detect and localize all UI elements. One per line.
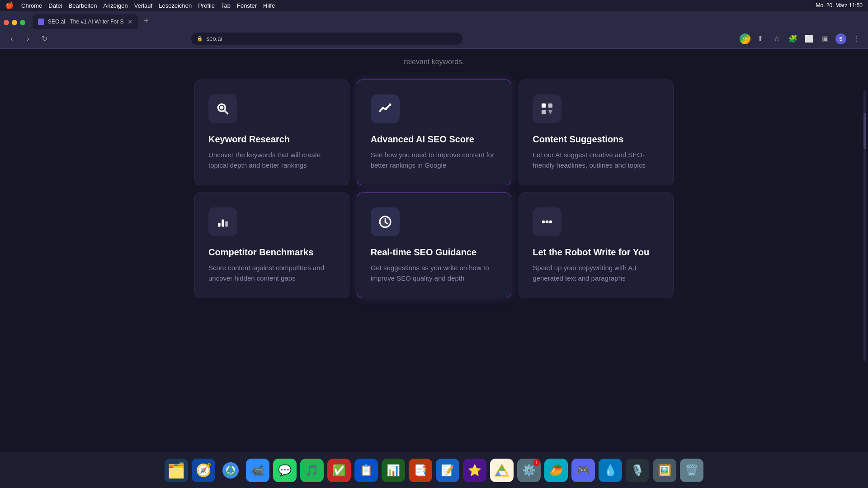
search-icon — [216, 102, 230, 116]
svg-rect-10 — [218, 223, 220, 227]
menu-fenster[interactable]: Fenster — [237, 2, 257, 9]
dock-safari[interactable]: 🧭 — [192, 459, 215, 482]
realtime-guidance-icon-box — [371, 207, 400, 236]
bookmark-icon[interactable]: ☆ — [770, 33, 783, 45]
partial-top-text: relevant keywords. — [194, 58, 674, 66]
ai-seo-score-desc: See how you need to improve content for … — [371, 150, 498, 170]
menu-anzeigen[interactable]: Anzeigen — [104, 2, 128, 9]
share-icon[interactable]: ⬆ — [754, 33, 767, 45]
menu-bearbeiten[interactable]: Bearbeiten — [69, 2, 97, 9]
menu-datei[interactable]: Datei — [48, 2, 62, 9]
active-tab[interactable]: SEO.ai - The #1 AI Writer For S ✕ — [33, 14, 138, 29]
cast-icon[interactable]: ⬜ — [803, 33, 816, 45]
feature-card-robot-write[interactable]: Let the Robot Write for You Speed up you… — [519, 192, 674, 298]
menubar-right: Mo. 20. März 11:50 — [816, 2, 863, 9]
apple-menu[interactable]: 🍎 — [5, 1, 14, 9]
lock-icon: 🔒 — [197, 36, 203, 42]
feature-card-ai-seo-score[interactable]: Advanced AI SEO Score See how you need t… — [357, 80, 512, 185]
dock: 🗂️ 🧭 📹 💬 🎵 ✅ 📋 📊 📑 📝 ⭐ ⚙️ 1 🥭 🎮 💧 🎙️ 🖼️ … — [0, 452, 868, 488]
svg-marker-9 — [548, 110, 552, 114]
ai-seo-score-icon-box — [371, 94, 400, 123]
new-tab-button[interactable]: + — [140, 14, 153, 27]
svg-point-17 — [546, 221, 549, 224]
bar-chart-icon — [216, 215, 230, 229]
back-button[interactable]: ‹ — [5, 33, 18, 45]
feature-card-realtime-guidance[interactable]: Real-time SEO Guidance Get suggestions a… — [357, 192, 512, 298]
menu-chrome[interactable]: Chrome — [21, 2, 42, 9]
menu-items: Chrome Datei Bearbeiten Anzeigen Verlauf… — [21, 2, 275, 9]
robot-write-desc: Speed up your copywriting with A.I. gene… — [533, 263, 660, 283]
dock-tasks[interactable]: ✅ — [327, 459, 351, 482]
scrollbar-thumb[interactable] — [863, 113, 866, 149]
clock-icon — [378, 215, 392, 229]
dock-mango[interactable]: 🥭 — [544, 459, 568, 482]
dock-raindrop[interactable]: 💧 — [599, 459, 622, 482]
dock-drive[interactable] — [490, 459, 514, 482]
svg-line-1 — [224, 110, 227, 113]
forward-button[interactable]: › — [22, 33, 34, 45]
content-suggestions-desc: Let our AI suggest creative and SEO-frie… — [533, 150, 660, 170]
settings-badge: 1 — [533, 460, 540, 466]
dock-discord[interactable]: 🎮 — [571, 459, 595, 482]
svg-point-4 — [382, 107, 383, 108]
dock-settings[interactable]: ⚙️ 1 — [517, 459, 541, 482]
more-menu-button[interactable]: ⋮ — [850, 33, 863, 45]
google-services-icon[interactable]: G — [740, 33, 750, 44]
minimize-button[interactable] — [12, 20, 17, 25]
tab-close-button[interactable]: ✕ — [127, 18, 133, 25]
url-bar[interactable]: 🔒 seo.ai — [191, 33, 462, 45]
tab-bar: SEO.ai - The #1 AI Writer For S ✕ + — [0, 11, 868, 29]
svg-rect-6 — [542, 103, 546, 108]
scrollbar-track[interactable] — [863, 90, 866, 361]
reload-button[interactable]: ↻ — [38, 33, 51, 45]
competitor-benchmarks-title: Competitor Benchmarks — [208, 247, 335, 258]
feature-card-content-suggestions[interactable]: Content Suggestions Let our AI suggest c… — [519, 80, 674, 185]
robot-write-title: Let the Robot Write for You — [533, 247, 660, 258]
dock-zoom[interactable]: 📹 — [246, 459, 269, 482]
puzzle-icon — [540, 102, 554, 116]
browser-window: SEO.ai - The #1 AI Writer For S ✕ + ‹ › … — [0, 11, 868, 452]
keyword-research-desc: Uncover the keywords that will create to… — [208, 150, 335, 170]
dock-finder[interactable]: 🗂️ — [165, 459, 188, 482]
window-icon[interactable]: ▣ — [819, 33, 832, 45]
menu-tab[interactable]: Tab — [221, 2, 231, 9]
feature-card-competitor-benchmarks[interactable]: Competitor Benchmarks Score content agai… — [194, 192, 349, 298]
extensions-icon[interactable]: 🧩 — [787, 33, 799, 45]
dock-whatsapp[interactable]: 💬 — [273, 459, 297, 482]
menu-lesezeichen[interactable]: Lesezeichen — [159, 2, 192, 9]
page-content: relevant keywords. Keyword Research Unco… — [0, 49, 868, 452]
profile-button[interactable]: S — [835, 33, 846, 44]
dock-powerpoint[interactable]: 📑 — [409, 459, 432, 482]
competitor-benchmarks-desc: Score content against competitors and un… — [208, 263, 335, 283]
svg-point-3 — [389, 103, 391, 106]
menu-profile[interactable]: Profile — [198, 2, 215, 9]
content-suggestions-icon-box — [533, 94, 561, 123]
dock-preview[interactable]: 🖼️ — [653, 459, 676, 482]
svg-rect-8 — [542, 110, 546, 114]
dock-waveform[interactable]: 🎙️ — [626, 459, 649, 482]
menu-hilfe[interactable]: Hilfe — [263, 2, 275, 9]
feature-card-keyword-research[interactable]: Keyword Research Uncover the keywords th… — [194, 80, 349, 185]
dock-chrome[interactable] — [219, 459, 242, 482]
dock-word[interactable]: 📝 — [436, 459, 459, 482]
realtime-guidance-title: Real-time SEO Guidance — [371, 247, 498, 258]
keyword-research-icon-box — [208, 94, 237, 123]
dots-icon — [540, 215, 554, 229]
url-text: seo.ai — [207, 35, 222, 42]
trending-icon — [378, 102, 392, 116]
svg-point-16 — [542, 221, 545, 224]
dock-spotify[interactable]: 🎵 — [300, 459, 324, 482]
dock-trello[interactable]: 📋 — [354, 459, 378, 482]
address-bar-controls: G ⬆ ☆ 🧩 ⬜ ▣ S ⋮ — [740, 33, 863, 45]
dock-excel[interactable]: 📊 — [382, 459, 405, 482]
dock-notchmeister[interactable]: ⭐ — [463, 459, 486, 482]
menu-verlauf[interactable]: Verlauf — [134, 2, 152, 9]
svg-rect-7 — [548, 103, 552, 108]
tab-title: SEO.ai - The #1 AI Writer For S — [48, 19, 124, 25]
feature-grid: Keyword Research Uncover the keywords th… — [194, 80, 674, 298]
dock-trash[interactable]: 🗑️ — [680, 459, 703, 482]
keyword-research-title: Keyword Research — [208, 134, 335, 145]
close-button[interactable] — [4, 20, 9, 25]
maximize-button[interactable] — [20, 20, 25, 25]
ai-seo-score-title: Advanced AI SEO Score — [371, 134, 498, 145]
